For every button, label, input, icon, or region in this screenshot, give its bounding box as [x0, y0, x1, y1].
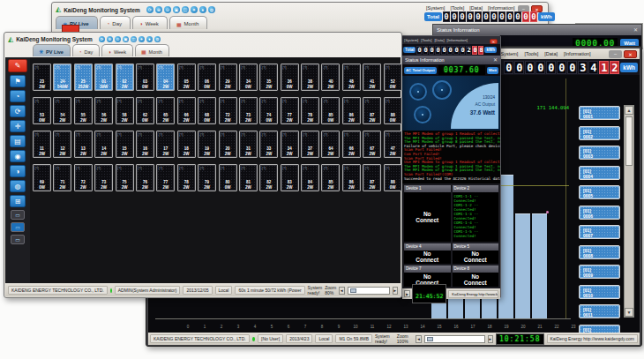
pv-module-panel[interactable]: [?] 85 0W — [321, 97, 340, 124]
pv-module-panel[interactable]: [?] 62 0W — [136, 97, 154, 124]
pv-module-panel[interactable]: [?] 33 2W — [259, 131, 278, 158]
tab[interactable]: ◑ Week — [132, 16, 168, 29]
pv-module-panel[interactable]: [?] 14 2W — [94, 131, 113, 158]
sidebar-button[interactable]: ◔ — [10, 90, 26, 102]
sidebar-button[interactable]: ⟳ — [10, 105, 26, 117]
zoom-slider[interactable] — [348, 287, 390, 295]
scroll-up-icon[interactable]: ▲ — [625, 106, 633, 115]
tab[interactable]: ▦ Month — [135, 44, 169, 56]
pv-module-panel[interactable]: [?] 69 0W — [33, 164, 51, 191]
pv-module-panel[interactable]: [?] 34 0W — [239, 64, 258, 91]
toolbar-icon[interactable]: ♦ — [146, 36, 153, 42]
pv-module-panel[interactable]: [?] 67 2W — [363, 131, 381, 158]
inverter-id-button[interactable]: [01] 0005 — [579, 185, 620, 199]
sidebar-button[interactable]: ◉ — [10, 150, 26, 162]
pv-module-panel[interactable]: [?] 35 2W — [259, 64, 278, 91]
pv-module-panel[interactable]: [?] 17 2W — [156, 131, 175, 158]
pv-module-panel[interactable]: [?] 15 2W — [116, 131, 134, 158]
pv-module-panel[interactable]: [?] 53 0W — [33, 97, 51, 124]
menu-item[interactable]: [Tools] — [450, 5, 464, 11]
pv-module-panel[interactable]: [?] 76 2W — [136, 164, 154, 191]
sidebar-button[interactable]: ◑ — [10, 165, 26, 177]
pv-module-panel[interactable]: [?] 77 2W — [156, 164, 175, 191]
pv-module-panel[interactable]: [?] 03 0W — [136, 64, 154, 91]
pv-module-panel[interactable]: [?] 02 2W — [116, 64, 134, 91]
sidebar-monitor-icon[interactable]: ▭ — [11, 210, 25, 220]
pv-module-panel[interactable]: [?] 72 2W — [219, 97, 237, 124]
sidebar-button[interactable]: ◍ — [10, 180, 26, 192]
pv-module-panel[interactable]: [?] 79 2W — [198, 164, 216, 191]
pv-module-panel[interactable]: [?] 24 549W — [53, 64, 71, 91]
list-scrollbar[interactable]: ▲ ▼ — [624, 105, 634, 318]
sidebar-button[interactable]: ⚑ — [10, 75, 26, 87]
pv-module-panel[interactable]: [?] 77 2W — [281, 97, 299, 124]
menu-item[interactable]: [System] — [426, 5, 445, 11]
pv-module-panel[interactable]: [?] 48 2W — [342, 64, 361, 91]
menu-item[interactable]: [Information] — [488, 5, 515, 11]
pv-module-panel[interactable]: [?] 82 2W — [259, 164, 278, 191]
tab[interactable]: ◔ Day — [72, 44, 100, 56]
minimize-button[interactable]: – — [609, 50, 622, 58]
pv-module-panel[interactable]: [?] 41 2W — [363, 64, 381, 91]
pv-module-panel[interactable]: [?] 72 2W — [74, 164, 93, 191]
pv-module-panel[interactable]: [?] 23 2W — [33, 64, 51, 91]
zoom-in-arrow[interactable]: ► — [488, 335, 493, 343]
play-icon[interactable]: ▶ — [404, 290, 410, 297]
pv-module-panel[interactable]: [?] 18 2W — [177, 131, 196, 158]
zoom-slider[interactable] — [424, 335, 485, 343]
menu-item[interactable]: [Tools] — [421, 38, 431, 42]
pv-module-panel[interactable]: [?] 58 2W — [116, 97, 134, 124]
pv-module-panel[interactable]: [?] 65 2W — [156, 97, 175, 124]
toolbar-icon[interactable]: ✦ — [191, 6, 198, 13]
zoom-out-arrow[interactable]: ◄ — [339, 287, 344, 295]
toolbar-icon[interactable]: ◍ — [208, 6, 215, 13]
tab[interactable]: ▦ Month — [169, 16, 207, 29]
toolbar-icon[interactable]: ⊕ — [107, 36, 113, 42]
pv-module-panel[interactable]: [?] 85 2W — [321, 164, 340, 191]
toolbar-icon[interactable]: ⟳ — [99, 36, 105, 42]
pv-module-panel[interactable]: [?] 31 2W — [239, 131, 258, 158]
close-icon[interactable]: ✕ — [633, 25, 638, 35]
menu-item[interactable]: [Data] — [469, 5, 483, 11]
pv-module-panel[interactable]: [?] 20 2W — [219, 131, 237, 158]
inverter-id-button[interactable]: [01] 0001 — [579, 106, 620, 120]
tab[interactable]: ◑ Week — [101, 44, 133, 56]
pv-module-panel[interactable]: [?] 71 2W — [53, 164, 71, 191]
toolbar-icon[interactable]: ⊙ — [164, 6, 171, 13]
inverter-id-button[interactable]: [01] 0009 — [579, 265, 620, 279]
pv-module-panel[interactable]: [?] 01 39W — [94, 64, 113, 91]
pv-module-panel[interactable]: [?] 06 0W — [198, 64, 216, 91]
pv-module-panel[interactable]: [?] 56 2W — [94, 97, 113, 124]
pv-module-panel[interactable]: [?] 87 2W — [363, 97, 381, 124]
toolbar-icon[interactable]: ⊕ — [155, 6, 162, 13]
inverter-id-button[interactable]: [01] 0006 — [579, 206, 620, 220]
inverter-id-button[interactable]: [01] 0008 — [579, 245, 620, 259]
pv-module-panel[interactable]: [?] 05 2W — [177, 64, 196, 91]
pv-module-panel[interactable]: [?] 86 2W — [342, 164, 361, 191]
menu-item[interactable]: [Data] — [434, 38, 444, 42]
tab[interactable]: ✳ PV Live — [33, 44, 71, 56]
sidebar-monitor-icon[interactable]: ▭ — [11, 222, 25, 232]
pv-module-panel[interactable]: [?] 73 2W — [94, 164, 113, 191]
pv-module-panel[interactable]: [?] 37 2W — [301, 131, 319, 158]
pv-module-panel[interactable]: [?] 78 2W — [177, 164, 196, 191]
close-button[interactable]: ✕ — [490, 39, 498, 44]
toolbar-icon[interactable]: ▣ — [173, 6, 180, 13]
toolbar-icon[interactable]: ♦ — [199, 6, 206, 13]
pv-module-panel[interactable]: [?] 11 2W — [33, 131, 51, 158]
zoom-in-arrow[interactable]: ► — [393, 287, 398, 295]
pv-module-panel[interactable]: [?] 66 2W — [342, 131, 361, 158]
toolbar-icon[interactable]: ⊙ — [115, 36, 121, 42]
toolbar-icon[interactable]: ⟳ — [146, 6, 154, 13]
inverter-id-button[interactable]: [01] 0010 — [579, 285, 620, 299]
pv-module-panel[interactable]: [?] 86 2W — [342, 97, 361, 124]
inverter-id-button[interactable]: [01] 0004 — [579, 166, 620, 180]
inverter-id-button[interactable]: [01] 0003 — [579, 146, 620, 160]
pv-module-panel[interactable]: [?] 81 2W — [239, 164, 258, 191]
pv-module-panel[interactable]: [?] 25 252W — [74, 64, 93, 91]
pv-module-panel[interactable]: [?] 88 0W — [384, 97, 402, 124]
sidebar-monitor-icon[interactable]: ▭ — [11, 235, 25, 244]
pv-module-panel[interactable]: [?] 83 2W — [281, 164, 299, 191]
tab[interactable]: ◔ Day — [100, 16, 131, 29]
pv-module-panel[interactable]: [?] 34 2W — [281, 131, 299, 158]
